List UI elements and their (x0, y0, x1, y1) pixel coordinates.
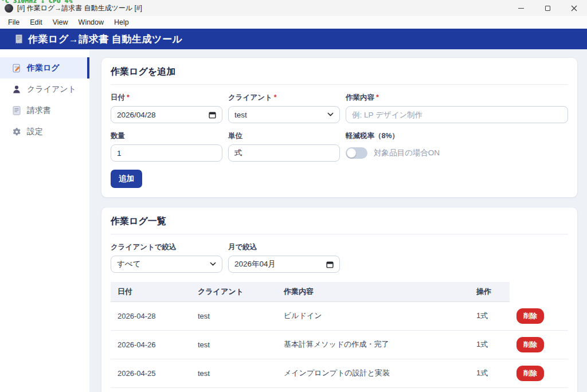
required-mark: * (274, 93, 277, 101)
gear-icon (11, 127, 21, 136)
unit-input[interactable] (228, 144, 340, 162)
worklog-list-card: 作業ログ一覧 クライアントで絞込 すべて 月で絞込 2026年04月 (101, 207, 578, 392)
cell-client: test (191, 302, 277, 331)
cell-qty: 1式 (469, 302, 510, 331)
client-field-group: クライアント* test (228, 93, 340, 123)
delete-button[interactable]: 削除 (516, 308, 544, 324)
calendar-icon (326, 261, 334, 268)
titlebar: [#] 作業ログ→請求書 自動生成ツール [#] (0, 0, 587, 16)
unit-field-group: 単位 (228, 131, 340, 162)
add-worklog-card: 作業ログを追加 日付* 2026/04/28 クライアント* te (101, 57, 578, 198)
chevron-down-icon (210, 262, 216, 266)
window-title: [#] 作業ログ→請求書 自動生成ツール [#] (17, 3, 142, 13)
reduced-tax-toggle[interactable] (346, 147, 367, 159)
header-date: 日付 (111, 282, 191, 302)
header-client: クライアント (191, 282, 277, 302)
maximize-icon (545, 6, 550, 11)
sidebar-item-label: クライアント (27, 84, 76, 95)
quantity-input[interactable] (111, 144, 222, 162)
add-button[interactable]: 追加 (111, 170, 142, 188)
cell-client: test (191, 359, 277, 387)
close-icon (571, 5, 577, 11)
window-controls (508, 0, 587, 16)
minimize-button[interactable] (508, 0, 534, 16)
cell-content: 基本計算メソッドの作成・完了 (277, 330, 469, 359)
month-filter-label: 月で絞込 (228, 242, 340, 252)
app-icon (5, 4, 13, 13)
cell-qty: 1式 (469, 359, 510, 387)
person-icon (11, 85, 21, 94)
table-row: 2026-04-25 test メインプロンプトの設計と実装 1式 削除 (111, 359, 568, 387)
close-button[interactable] (561, 0, 587, 16)
quantity-field-group: 数量 (111, 131, 222, 162)
cell-date: 2026-04-25 (111, 359, 191, 387)
content-field-group: 作業内容* (346, 93, 568, 123)
required-mark: * (376, 93, 379, 101)
required-mark: * (127, 93, 130, 101)
cell-content: メインプロンプトの設計と実装 (277, 359, 469, 387)
content-label: 作業内容* (346, 93, 568, 103)
sidebar-item-label: 作業ログ (27, 63, 60, 73)
menu-view[interactable]: View (48, 17, 73, 28)
header-empty (510, 282, 568, 302)
app-header: 作業ログ→請求書 自動生成ツール (0, 29, 587, 49)
client-filter-select[interactable]: すべて (111, 256, 222, 273)
date-label: 日付* (111, 93, 222, 103)
tax-field-group: 軽減税率（8%） 対象品目の場合ON (346, 131, 568, 162)
memo-icon (11, 64, 21, 73)
sidebar: 作業ログ クライアント 請求書 (0, 49, 89, 392)
sidebar-item-clients[interactable]: クライアント (0, 79, 89, 100)
menu-window[interactable]: Window (73, 17, 109, 28)
worklog-table: 日付 クライアント 作業内容 操作 2026-04-28 test ビルドイン … (111, 282, 568, 388)
menubar: File Edit View Window Help (0, 16, 587, 29)
cell-client: test (191, 330, 277, 359)
receipt-icon (15, 34, 23, 44)
month-filter-group: 月で絞込 2026年04月 (228, 242, 340, 273)
card-title: 作業ログ一覧 (111, 215, 568, 234)
sidebar-item-worklog[interactable]: 作業ログ (0, 57, 89, 79)
sidebar-item-label: 設定 (27, 127, 43, 137)
client-filter-label: クライアントで絞込 (111, 242, 222, 252)
invoice-icon (11, 106, 21, 115)
month-filter-input[interactable]: 2026年04月 (228, 256, 340, 273)
cell-date: 2026-04-26 (111, 330, 191, 359)
header-content: 作業内容 (277, 282, 469, 302)
minimize-icon (518, 8, 524, 9)
reduced-tax-label: 軽減税率（8%） (346, 131, 568, 141)
delete-button[interactable]: 削除 (516, 366, 544, 381)
sidebar-item-invoices[interactable]: 請求書 (0, 100, 89, 121)
cell-content: ビルドイン (277, 302, 469, 331)
unit-label: 単位 (228, 131, 340, 141)
table-header-row: 日付 クライアント 作業内容 操作 (111, 282, 568, 302)
client-label: クライアント* (228, 93, 340, 103)
maximize-button[interactable] (534, 0, 561, 16)
sidebar-item-settings[interactable]: 設定 (0, 121, 89, 142)
cell-date: 2026-04-28 (111, 302, 191, 331)
main-content: 作業ログを追加 日付* 2026/04/28 クライアント* te (89, 49, 587, 392)
header-actions: 操作 (469, 282, 510, 302)
menu-file[interactable]: File (3, 17, 25, 28)
client-select[interactable]: test (228, 106, 340, 123)
quantity-label: 数量 (111, 131, 222, 141)
table-row: 2026-04-28 test ビルドイン 1式 削除 (111, 302, 568, 331)
content-input[interactable] (346, 106, 568, 123)
cell-qty: 1式 (469, 330, 510, 359)
sidebar-item-label: 請求書 (27, 105, 51, 116)
toggle-hint: 対象品目の場合ON (374, 148, 440, 158)
calendar-icon (209, 111, 216, 119)
card-title: 作業ログを追加 (111, 66, 568, 85)
date-input[interactable]: 2026/04/28 (111, 106, 222, 123)
client-filter-group: クライアントで絞込 すべて (111, 242, 222, 273)
chevron-down-icon (327, 112, 334, 117)
menu-help[interactable]: Help (109, 17, 134, 28)
menu-edit[interactable]: Edit (25, 17, 48, 28)
delete-button[interactable]: 削除 (516, 337, 544, 352)
toggle-knob (347, 148, 356, 158)
table-row: 2026-04-26 test 基本計算メソッドの作成・完了 1式 削除 (111, 330, 568, 359)
date-field-group: 日付* 2026/04/28 (111, 93, 222, 123)
page-title: 作業ログ→請求書 自動生成ツール (28, 33, 182, 46)
